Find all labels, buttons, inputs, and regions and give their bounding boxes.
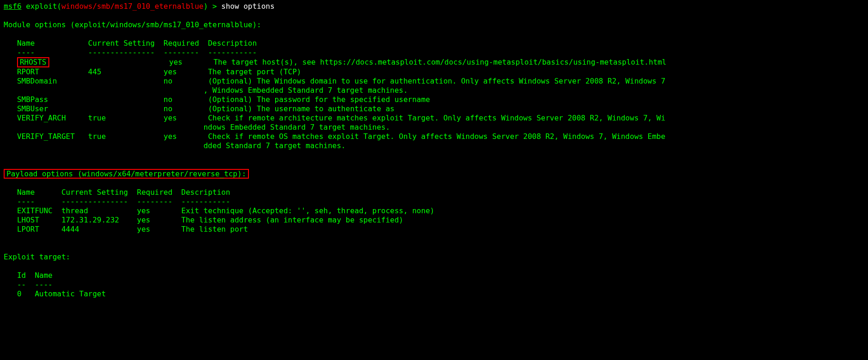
highlight-payload-header: Payload options (windows/x64/meterpreter…	[4, 169, 249, 179]
msf-label: msf6	[4, 2, 22, 11]
terminal-output: msf6 exploit(windows/smb/ms17_010_eterna…	[0, 0, 868, 300]
command-text: show options	[221, 2, 275, 11]
prompt-line[interactable]: msf6 exploit(windows/smb/ms17_010_eterna…	[4, 2, 275, 11]
exploit-label: exploit(	[26, 2, 61, 11]
highlight-rhosts: RHOSTS	[17, 57, 49, 67]
module-options-header: Module options (exploit/windows/smb/ms17…	[4, 20, 261, 29]
module-path: windows/smb/ms17_010_eternalblue	[61, 2, 203, 11]
exploit-target-header: Exploit target:	[4, 252, 71, 261]
